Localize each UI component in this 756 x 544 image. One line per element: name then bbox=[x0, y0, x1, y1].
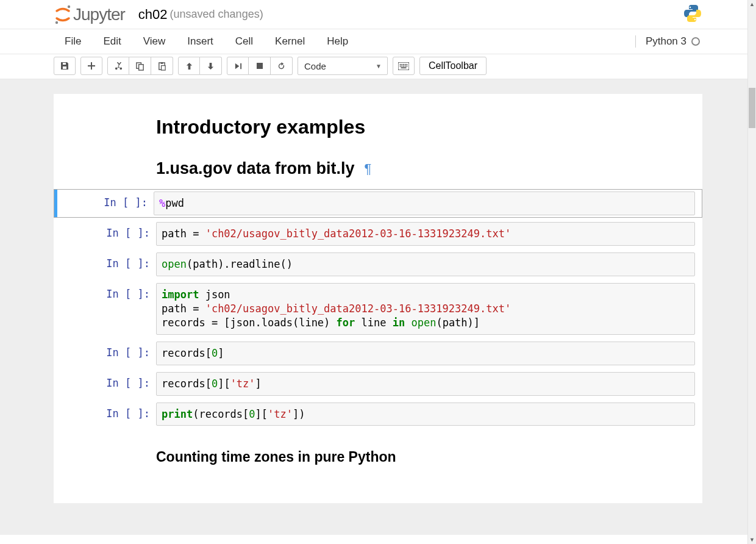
code-cell[interactable]: In [ ]: records[0]['tz'] bbox=[54, 370, 702, 398]
menu-help[interactable]: Help bbox=[316, 29, 359, 54]
interrupt-kernel-button[interactable] bbox=[249, 57, 271, 75]
copy-icon bbox=[135, 62, 144, 71]
run-cell-button[interactable] bbox=[227, 57, 249, 75]
cut-cell-button[interactable] bbox=[107, 57, 129, 75]
svg-rect-16 bbox=[400, 65, 401, 66]
jupyter-logo-icon bbox=[54, 5, 72, 24]
input-prompt: In [ ]: bbox=[61, 283, 156, 300]
svg-rect-8 bbox=[162, 65, 166, 70]
notebook-name[interactable]: ch02 bbox=[138, 7, 168, 23]
celltoolbar-button[interactable]: CellToolbar bbox=[419, 57, 487, 75]
code-cell[interactable]: In [ ]: open(path).readline() bbox=[54, 250, 702, 279]
svg-rect-21 bbox=[401, 67, 407, 68]
input-prompt: In [ ]: bbox=[61, 252, 156, 270]
svg-rect-13 bbox=[403, 63, 404, 65]
menu-view[interactable]: View bbox=[132, 29, 177, 54]
svg-rect-12 bbox=[401, 63, 402, 65]
code-input-area[interactable]: %pwd bbox=[154, 191, 695, 215]
code-input-area[interactable]: records[0] bbox=[156, 342, 695, 365]
input-prompt: In [ ]: bbox=[61, 372, 156, 389]
menu-file[interactable]: File bbox=[54, 29, 92, 54]
svg-rect-19 bbox=[405, 65, 406, 66]
input-prompt: In [ ]: bbox=[61, 403, 156, 420]
code-cell[interactable]: In [ ]: import json path = 'ch02/usagov_… bbox=[54, 281, 702, 337]
vertical-scrollbar[interactable]: ▲ ▼ bbox=[747, 0, 756, 535]
notebook-header: Jupyter ch02 (unsaved changes) bbox=[0, 0, 756, 29]
command-palette-button[interactable] bbox=[393, 57, 415, 75]
svg-rect-5 bbox=[139, 64, 144, 70]
svg-point-0 bbox=[68, 5, 70, 7]
code-cell[interactable]: In [ ]: %pwd bbox=[54, 189, 702, 218]
paste-icon bbox=[157, 62, 166, 71]
svg-point-3 bbox=[694, 19, 696, 20]
kernel-name[interactable]: Python 3 bbox=[646, 35, 686, 48]
svg-rect-18 bbox=[403, 65, 404, 66]
markdown-cell-heading2[interactable]: 1.usa.gov data from bit.ly ¶ bbox=[54, 159, 702, 178]
svg-rect-9 bbox=[257, 63, 263, 69]
arrow-up-icon bbox=[185, 62, 193, 70]
cell-type-select[interactable]: Code bbox=[298, 57, 388, 75]
restart-kernel-button[interactable] bbox=[271, 57, 293, 75]
svg-rect-14 bbox=[405, 63, 406, 65]
menu-insert[interactable]: Insert bbox=[176, 29, 224, 54]
notebook-save-status: (unsaved changes) bbox=[170, 8, 263, 21]
move-cell-up-button[interactable] bbox=[178, 57, 200, 75]
keyboard-icon bbox=[398, 62, 409, 70]
insert-cell-below-button[interactable] bbox=[80, 57, 102, 75]
python-logo-icon bbox=[683, 4, 702, 25]
plus-icon bbox=[87, 62, 96, 70]
code-input-area[interactable]: open(path).readline() bbox=[156, 252, 695, 276]
svg-point-2 bbox=[690, 7, 691, 8]
scroll-up-arrow-icon[interactable]: ▲ bbox=[748, 0, 756, 9]
copy-cell-button[interactable] bbox=[129, 57, 151, 75]
svg-rect-17 bbox=[401, 65, 402, 66]
code-input-area[interactable]: print(records[0]['tz']) bbox=[156, 403, 695, 426]
menu-cell[interactable]: Cell bbox=[224, 29, 264, 54]
code-cell[interactable]: In [ ]: records[0] bbox=[54, 339, 702, 368]
notebook-scroll-area[interactable]: Introductory examples 1.usa.gov data fro… bbox=[0, 79, 756, 535]
input-prompt: In [ ]: bbox=[61, 342, 156, 359]
scrollbar-thumb[interactable] bbox=[749, 88, 755, 128]
step-forward-icon bbox=[234, 62, 242, 70]
code-input-area[interactable]: path = 'ch02/usagov_bitly_data2012-03-16… bbox=[156, 222, 695, 246]
save-icon bbox=[60, 61, 70, 71]
code-input-area[interactable]: import json path = 'ch02/usagov_bitly_da… bbox=[156, 283, 695, 335]
heading-1: Introductory examples bbox=[156, 116, 641, 138]
menu-edit[interactable]: Edit bbox=[92, 29, 132, 54]
code-input-area[interactable]: records[0]['tz'] bbox=[156, 372, 695, 396]
repeat-icon bbox=[277, 62, 286, 71]
save-button[interactable] bbox=[54, 57, 76, 75]
code-cell[interactable]: In [ ]: print(records[0]['tz']) bbox=[54, 400, 702, 429]
markdown-cell-heading1[interactable]: Introductory examples bbox=[54, 116, 702, 138]
arrow-down-icon bbox=[207, 62, 215, 70]
heading-3: Counting time zones in pure Python bbox=[156, 449, 641, 465]
markdown-cell-heading3[interactable]: Counting time zones in pure Python bbox=[54, 449, 702, 465]
kernel-status-idle-icon bbox=[691, 37, 700, 46]
kernel-indicator: Python 3 bbox=[635, 35, 702, 48]
svg-rect-20 bbox=[407, 65, 408, 66]
stop-icon bbox=[256, 62, 263, 70]
jupyter-logo-text: Jupyter bbox=[73, 5, 125, 24]
svg-point-1 bbox=[55, 21, 58, 23]
svg-rect-15 bbox=[407, 63, 408, 65]
toolbar: Code ▼ CellToolbar bbox=[0, 54, 756, 79]
input-prompt: In [ ]: bbox=[61, 222, 156, 239]
notebook-container: Introductory examples 1.usa.gov data fro… bbox=[54, 94, 702, 503]
move-cell-down-button[interactable] bbox=[200, 57, 222, 75]
svg-rect-11 bbox=[400, 63, 401, 65]
code-cell[interactable]: In [ ]: path = 'ch02/usagov_bitly_data20… bbox=[54, 220, 702, 248]
menubar: File Edit View Insert Cell Kernel Help P… bbox=[0, 29, 756, 54]
svg-rect-7 bbox=[161, 62, 163, 63]
input-prompt: In [ ]: bbox=[59, 191, 154, 209]
jupyter-logo[interactable]: Jupyter bbox=[54, 5, 125, 24]
heading-2: 1.usa.gov data from bit.ly ¶ bbox=[156, 159, 641, 178]
anchor-link-icon[interactable]: ¶ bbox=[365, 161, 372, 177]
paste-cell-button[interactable] bbox=[151, 57, 173, 75]
scissors-icon bbox=[114, 62, 123, 71]
menu-kernel[interactable]: Kernel bbox=[264, 29, 316, 54]
